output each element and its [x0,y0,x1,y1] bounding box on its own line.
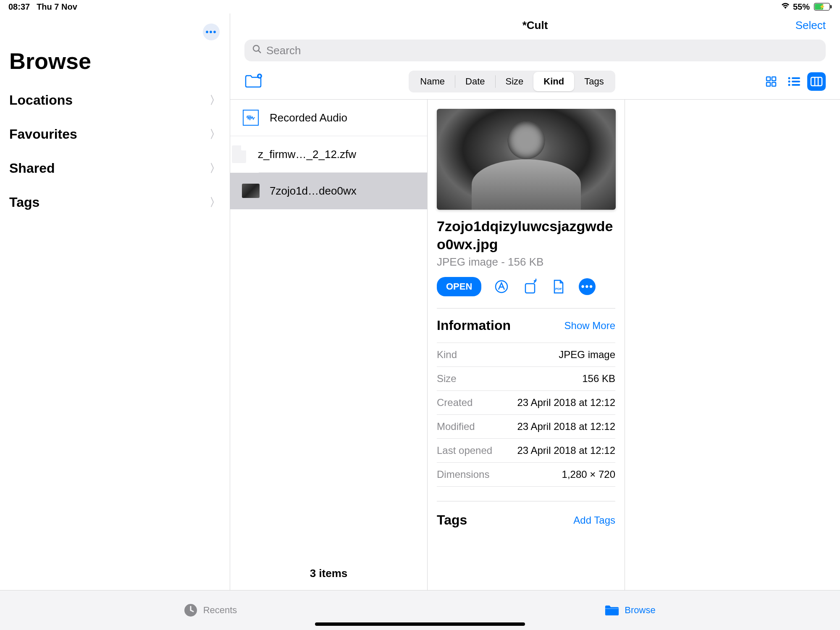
info-key: Size [437,373,457,385]
info-value: 23 April 2018 at 12:12 [517,397,615,409]
tab-label: Recents [203,605,237,616]
show-more-link[interactable]: Show More [564,320,615,332]
tab-bar: Recents Browse [0,590,840,630]
sidebar-title: Browse [9,48,230,74]
info-key: Last opened [437,445,492,456]
detail-subtitle: JPEG image - 156 KB [437,256,615,269]
tags-heading: Tags [437,512,467,528]
home-indicator[interactable] [315,622,525,626]
image-thumbnail-icon [242,182,260,200]
info-value: 23 April 2018 at 12:12 [517,445,615,456]
search-placeholder: Search [266,44,301,57]
svg-text:PDF: PDF [555,287,562,291]
item-count: 3 items [230,557,427,590]
svg-rect-8 [792,77,800,79]
info-row-created: Created23 April 2018 at 12:12 [437,390,615,414]
sidebar-item-favourites[interactable]: Favourites 〉 [0,117,230,151]
info-row-last-opened: Last opened23 April 2018 at 12:12 [437,438,615,462]
sort-size[interactable]: Size [496,72,534,91]
detail-filename: 7zojo1dqizyluwcsjazgwdeo0wx.jpg [437,217,615,253]
sort-segmented-control: Name Date Size Kind Tags [409,71,615,92]
svg-rect-12 [792,84,800,86]
new-folder-button[interactable] [244,73,262,90]
detail-pane: 7zojo1dqizyluwcsjazgwdeo0wx.jpg JPEG ima… [428,100,625,590]
grid-view-button[interactable] [762,72,780,91]
sidebar-item-locations[interactable]: Locations 〉 [0,83,230,117]
file-item-image[interactable]: 7zojo1d…deo0wx [230,173,427,209]
info-value: 23 April 2018 at 12:12 [517,421,615,432]
chevron-right-icon: 〉 [210,195,220,210]
sidebar-item-label: Favourites [9,127,77,142]
add-tags-link[interactable]: Add Tags [573,514,615,526]
file-item-doc[interactable]: z_firmw…_2_12.zfw [259,136,427,173]
clock-icon [183,603,198,618]
chevron-right-icon: 〉 [210,93,220,108]
sidebar-item-label: Shared [9,161,55,176]
svg-rect-5 [766,82,770,86]
chevron-right-icon: 〉 [210,161,220,176]
file-list: Recorded Audio z_firmw…_2_12.zfw 7zojo1d… [230,100,428,590]
sidebar-item-shared[interactable]: Shared 〉 [0,151,230,185]
status-date: Thu 7 Nov [37,2,77,12]
info-heading: Information [437,318,511,333]
svg-point-9 [788,81,790,83]
search-input[interactable]: Search [244,40,826,61]
info-key: Created [437,397,472,409]
file-name: z_firmw…_2_12.zfw [258,148,356,161]
main-content: *Cult Select Search Name Date Size Kind … [230,0,840,590]
audio-icon [242,109,260,127]
share-icon[interactable] [522,278,538,295]
empty-column [625,100,840,590]
sidebar-item-label: Tags [9,195,39,210]
document-icon [230,145,248,163]
sort-date[interactable]: Date [455,72,495,91]
info-key: Kind [437,349,457,361]
svg-point-0 [253,45,259,51]
svg-line-1 [258,50,261,53]
info-key: Modified [437,421,475,432]
svg-rect-3 [766,77,770,81]
svg-rect-6 [772,82,776,86]
tab-label: Browse [625,605,655,616]
column-view-button[interactable] [807,72,826,91]
sidebar-item-label: Locations [9,92,73,108]
svg-rect-13 [811,77,822,86]
open-button[interactable]: OPEN [437,277,481,296]
list-view-button[interactable] [785,72,803,91]
chevron-right-icon: 〉 [210,127,220,142]
svg-rect-10 [792,81,800,82]
sort-kind[interactable]: Kind [533,72,574,91]
markup-icon[interactable] [493,278,510,295]
sidebar-item-tags[interactable]: Tags 〉 [0,185,230,219]
svg-rect-17 [525,284,535,293]
info-value: 156 KB [582,373,615,385]
more-actions-button[interactable]: ••• [579,278,596,295]
preview-image[interactable] [437,109,616,210]
more-button[interactable]: ••• [203,24,220,40]
folder-title: *Cult [522,19,548,32]
info-row-kind: KindJPEG image [437,343,615,366]
folder-icon [604,603,620,618]
info-value: 1,280 × 720 [562,469,615,480]
sort-tags[interactable]: Tags [574,72,614,91]
svg-point-11 [788,84,790,86]
sidebar: ••• Browse Locations 〉 Favourites 〉 Shar… [0,13,230,590]
file-item-audio[interactable]: Recorded Audio [230,100,427,136]
svg-rect-20 [605,608,619,609]
file-name: Recorded Audio [270,111,347,124]
info-row-size: Size156 KB [437,366,615,390]
info-row-modified: Modified23 April 2018 at 12:12 [437,414,615,438]
status-time: 08:37 [8,2,30,12]
search-icon [252,44,262,57]
info-row-dimensions: Dimensions1,280 × 720 [437,462,615,487]
svg-point-7 [788,77,790,79]
info-value: JPEG image [559,349,615,361]
svg-rect-4 [772,77,776,81]
pdf-icon[interactable]: PDF [550,278,567,295]
sort-name[interactable]: Name [410,72,455,91]
file-name: 7zojo1d…deo0wx [270,185,357,198]
select-button[interactable]: Select [795,19,826,32]
info-key: Dimensions [437,469,489,480]
